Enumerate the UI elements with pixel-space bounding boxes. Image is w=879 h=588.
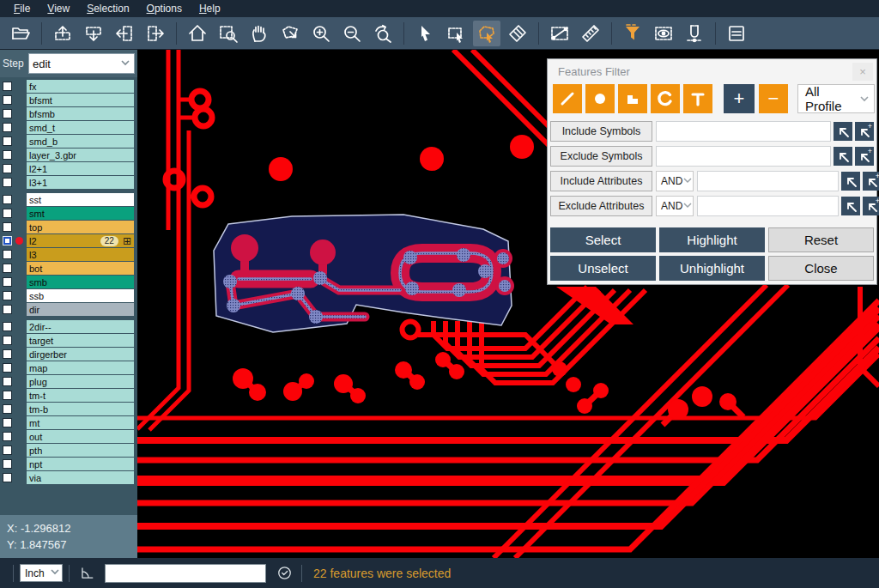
- layer-name-2dir--[interactable]: 2dir--: [27, 320, 134, 333]
- unhighlight-button[interactable]: Unhighlight: [659, 256, 765, 281]
- layer-name-plug[interactable]: plug: [27, 375, 134, 388]
- close-icon[interactable]: ×: [852, 63, 873, 81]
- corner-angle-icon[interactable]: [76, 563, 98, 584]
- unselect-button[interactable]: Unselect: [550, 256, 656, 281]
- layer-name-ssb[interactable]: ssb: [27, 289, 134, 302]
- measure-distance-icon[interactable]: [546, 21, 573, 46]
- menu-file[interactable]: File: [5, 0, 39, 17]
- circle-check-icon[interactable]: [273, 563, 295, 584]
- layer-name-layer_3.gbr[interactable]: layer_3.gbr: [27, 149, 134, 161]
- polygon-select-icon[interactable]: [473, 21, 500, 46]
- home-view-icon[interactable]: [184, 21, 211, 46]
- draw-text-icon[interactable]: [683, 84, 712, 113]
- open-folder-icon[interactable]: [7, 21, 34, 46]
- clear-brush-icon[interactable]: [504, 21, 531, 46]
- layer-name-tm-b[interactable]: tm-b: [27, 403, 134, 415]
- layer-name-target[interactable]: target: [27, 334, 134, 347]
- profile-select[interactable]: All Profile: [797, 84, 875, 113]
- layer-name-smd_b[interactable]: smd_b: [27, 135, 134, 148]
- pick-arrow-icon[interactable]: [834, 147, 852, 166]
- pick-add-arrow-icon[interactable]: +: [855, 122, 874, 141]
- add-filter-button[interactable]: +: [724, 84, 755, 113]
- include-attributes-input[interactable]: [697, 171, 839, 191]
- select-cursor-icon[interactable]: [411, 21, 439, 46]
- layer-visibility-checkbox[interactable]: [3, 109, 12, 118]
- layer-visibility-checkbox[interactable]: [3, 391, 12, 400]
- menu-options[interactable]: Options: [138, 0, 191, 17]
- unit-select[interactable]: Inch: [20, 564, 63, 582]
- layer-name-mt[interactable]: mt: [27, 416, 134, 429]
- layer-visibility-checkbox[interactable]: [3, 250, 12, 259]
- zoom-out-icon[interactable]: [338, 21, 366, 46]
- pick-add-arrow-icon[interactable]: +: [855, 147, 874, 166]
- layer-visibility-checkbox[interactable]: [3, 209, 12, 218]
- exclude-symbols-input[interactable]: [656, 146, 831, 167]
- pan-left-icon[interactable]: [111, 21, 138, 46]
- layer-visibility-checkbox[interactable]: [3, 236, 12, 246]
- layer-name-l3[interactable]: l3: [27, 248, 134, 261]
- layer-visibility-checkbox[interactable]: [3, 291, 12, 300]
- layer-name-smt[interactable]: smt: [27, 207, 134, 220]
- features-filter-icon[interactable]: [619, 21, 646, 46]
- draw-arc-icon[interactable]: [651, 84, 680, 113]
- close-button[interactable]: Close: [768, 256, 874, 281]
- draw-line-icon[interactable]: [553, 84, 582, 113]
- layer-name-fx[interactable]: fx: [27, 80, 134, 93]
- layer-visibility-checkbox[interactable]: [3, 446, 12, 455]
- grid-icon[interactable]: ⊞: [123, 236, 131, 246]
- draw-pad-icon[interactable]: [585, 84, 615, 113]
- layer-name-bfsmb[interactable]: bfsmb: [27, 107, 134, 120]
- layer-visibility-checkbox[interactable]: [3, 178, 12, 187]
- layer-name-top[interactable]: top: [27, 221, 134, 233]
- layer-name-l2[interactable]: l222⊞: [27, 234, 134, 247]
- include-symbols-button[interactable]: Include Symbols: [550, 121, 652, 142]
- layer-name-bfsmt[interactable]: bfsmt: [27, 94, 134, 106]
- layer-visibility-checkbox[interactable]: [3, 459, 12, 469]
- menu-selection[interactable]: Selection: [78, 0, 137, 17]
- pan-up-icon[interactable]: [49, 21, 76, 46]
- layer-visibility-checkbox[interactable]: [3, 150, 12, 160]
- layer-name-dir[interactable]: dir: [27, 303, 134, 316]
- zoom-window-icon[interactable]: [215, 21, 242, 46]
- layer-visibility-checkbox[interactable]: [3, 404, 12, 414]
- layer-name-l3+1[interactable]: l3+1: [27, 176, 134, 189]
- layer-visibility-checkbox[interactable]: [3, 95, 12, 105]
- layer-visibility-checkbox[interactable]: [3, 277, 12, 287]
- pick-add-arrow-icon[interactable]: +: [863, 172, 879, 191]
- layer-visibility-checkbox[interactable]: [3, 222, 12, 232]
- layer-visibility-checkbox[interactable]: [3, 305, 12, 314]
- layer-name-sst[interactable]: sst: [27, 193, 134, 206]
- layer-visibility-checkbox[interactable]: [3, 82, 12, 91]
- dialog-title-bar[interactable]: Features Filter ×: [548, 59, 876, 84]
- include-attributes-button[interactable]: Include Attributes: [550, 171, 652, 191]
- zoom-polygon-icon[interactable]: [276, 21, 304, 46]
- layer-name-npt[interactable]: npt: [27, 458, 134, 470]
- layer-name-tm-t[interactable]: tm-t: [27, 389, 134, 402]
- snap-magnet-icon[interactable]: [681, 21, 708, 46]
- remove-filter-button[interactable]: −: [759, 84, 788, 113]
- layer-name-dirgerber[interactable]: dirgerber: [27, 348, 134, 361]
- rect-select-icon[interactable]: [442, 21, 470, 46]
- layer-name-out[interactable]: out: [27, 430, 134, 443]
- layer-name-map[interactable]: map: [27, 361, 134, 374]
- layer-name-smd_t[interactable]: smd_t: [27, 121, 134, 134]
- layer-name-bot[interactable]: bot: [27, 262, 134, 275]
- layers-panel-icon[interactable]: [723, 21, 750, 46]
- layer-visibility-checkbox[interactable]: [3, 136, 12, 146]
- reset-button[interactable]: Reset: [768, 227, 874, 252]
- pan-hand-icon[interactable]: [246, 21, 273, 46]
- pick-arrow-icon[interactable]: [841, 197, 860, 215]
- menu-help[interactable]: Help: [191, 0, 229, 17]
- pan-down-icon[interactable]: [80, 21, 107, 46]
- zoom-in-icon[interactable]: [307, 21, 335, 46]
- exclude-attributes-input[interactable]: [697, 196, 839, 216]
- ruler-icon[interactable]: [577, 21, 604, 46]
- layer-visibility-checkbox[interactable]: [3, 349, 12, 359]
- zoom-previous-icon[interactable]: [369, 21, 397, 46]
- exclude-attributes-button[interactable]: Exclude Attributes: [550, 196, 652, 216]
- menu-view[interactable]: View: [39, 0, 78, 17]
- pick-arrow-icon[interactable]: [841, 172, 860, 191]
- layer-visibility-checkbox[interactable]: [3, 264, 12, 273]
- pan-right-icon[interactable]: [142, 21, 169, 46]
- layer-visibility-checkbox[interactable]: [3, 322, 12, 331]
